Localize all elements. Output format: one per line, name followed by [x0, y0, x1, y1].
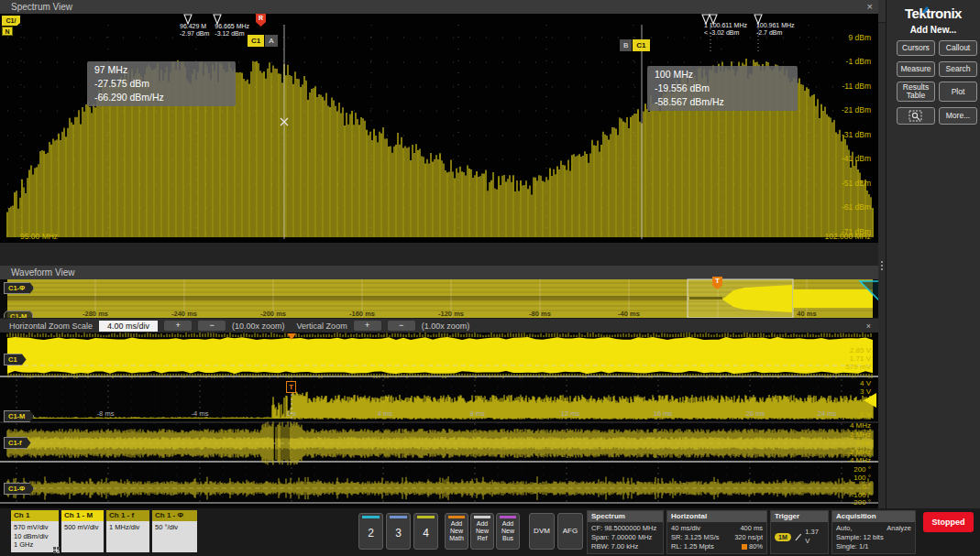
- trace-c1[interactable]: [7, 337, 873, 374]
- dvm-button[interactable]: DVM: [529, 513, 555, 550]
- marker-b-freq: 96.665 MHz: [215, 23, 249, 30]
- marker-b-amp: -3.12 dBm: [215, 30, 249, 38]
- add-new-ref-button[interactable]: Add New Ref: [470, 513, 494, 550]
- trigger-source-badge: 1M: [775, 533, 791, 541]
- spectrum-panel-title: Spectrum: [588, 511, 663, 522]
- acquisition-info-panel[interactable]: Acquisition Auto,Analyze Sample: 12 bits…: [831, 510, 916, 554]
- channel-3-button[interactable]: 3: [386, 513, 411, 550]
- badge-c1-phi[interactable]: C1-Φ: [4, 483, 34, 495]
- h-zoom-minus-button[interactable]: −: [198, 321, 226, 331]
- marker-c-amp: < -3.02 dBm: [704, 29, 747, 37]
- afg-label: AFG: [558, 514, 582, 549]
- add-results-table-button[interactable]: Results Table: [897, 82, 935, 102]
- acq-analyze: Analyze: [886, 524, 911, 533]
- v-zoom-minus-button[interactable]: −: [388, 321, 415, 331]
- zoom-box-icon: [908, 110, 923, 123]
- overview-time-label: -160 ms: [335, 310, 390, 318]
- h-zoom-plus-button[interactable]: +: [164, 321, 192, 331]
- add-callout-button[interactable]: Callout: [939, 40, 977, 56]
- add-search-button[interactable]: Search: [939, 61, 977, 77]
- badge-c1[interactable]: C1: [4, 354, 27, 365]
- tekscope-app: File Edit Applications Utility Help Spec…: [0, 0, 980, 556]
- spectrum-cursors[interactable]: [281, 25, 642, 239]
- overview-time-label: -80 ms: [512, 310, 567, 318]
- overview-time-label: -120 ms: [424, 310, 479, 318]
- ch1-phi-badge[interactable]: Ch 1 - Φ 50 °/div: [152, 510, 197, 552]
- bandwidth-limit-icon: [53, 547, 56, 550]
- h-zoom-scale-value[interactable]: 4.00 ms/div: [99, 321, 158, 332]
- spectrum-trace-mode-badge[interactable]: N: [2, 27, 13, 36]
- cursor-b-channel-badge[interactable]: C1: [633, 39, 649, 51]
- freq-label-stop: 102.000 MHz: [775, 232, 871, 241]
- ch1-phi-badge-title: Ch 1 - Φ: [152, 510, 197, 521]
- horizontal-info-panel[interactable]: Horizontal 40 ms/div400 ms SR: 3.125 MS/…: [666, 510, 767, 554]
- spectrum-trace-svg[interactable]: [0, 14, 878, 243]
- more-button[interactable]: More...: [939, 107, 977, 125]
- scale-label-c1phi: 200 °: [805, 465, 871, 474]
- spectrum-channel-badge[interactable]: C1/: [2, 16, 20, 26]
- ch2-color-stripe: [362, 516, 380, 518]
- h-zoom-scale-label: Horizontal Zoom Scale: [9, 322, 93, 331]
- marker-c-freq: 1 100.611 MHz: [704, 22, 747, 29]
- v-zoom-plus-button[interactable]: +: [354, 321, 381, 331]
- rising-edge-icon: [794, 532, 803, 541]
- overview-time-label: -240 ms: [157, 310, 212, 318]
- acquisition-panel-title: Acquisition: [832, 511, 915, 522]
- spectrum-close-icon[interactable]: ×: [867, 0, 873, 14]
- spectrum-info-panel[interactable]: Spectrum CF: 98.5000000 MHz Span: 7.0000…: [587, 510, 664, 554]
- waveform-trace-svg[interactable]: [0, 266, 878, 508]
- ch1-f-badge-title: Ch 1 - f: [106, 510, 149, 521]
- add-new-math-button[interactable]: Add New Math: [445, 513, 468, 550]
- zoom-trigger-marker[interactable]: T: [286, 381, 296, 393]
- zoom-tool-button[interactable]: [897, 107, 935, 125]
- ch1-badge[interactable]: Ch 1 570 mV/div 10 dBm/div 1 GHz: [11, 510, 59, 552]
- ch1-db-scale: 10 dBm/div: [14, 532, 56, 541]
- add-cursors-button[interactable]: Cursors: [897, 40, 935, 56]
- spectrum-view-title: Spectrum View: [0, 0, 878, 14]
- v-zoom-label: Vertical Zoom: [297, 322, 347, 331]
- scale-label-c1: 2.85 V: [805, 346, 871, 354]
- acq-sample-bits: Sample: 12 bits: [836, 533, 911, 542]
- add-new-bus-label: Add New Bus: [497, 514, 519, 549]
- add-new-heading: Add New...: [886, 25, 980, 35]
- scale-label-c1phi: 0 °: [805, 483, 871, 491]
- add-new-bus-button[interactable]: Add New Bus: [496, 513, 520, 550]
- overview-badge-c1-phi[interactable]: C1-Φ: [4, 282, 34, 294]
- ch1-phi-scale: 50 °/div: [155, 523, 194, 532]
- spectrum-view-panel: Spectrum View × C1/ N 96.429 M -2.97 dBm…: [0, 0, 878, 243]
- stopped-status-button[interactable]: Stopped: [923, 512, 974, 532]
- ch4-color-stripe: [417, 516, 435, 518]
- ch1-scale: 570 mV/div: [14, 523, 56, 532]
- scale-label-c1f: 4 MHz: [805, 421, 871, 430]
- ch1-f-badge[interactable]: Ch 1 - f 1 MHz/div: [106, 510, 149, 552]
- cursor-a-channel-badge[interactable]: C1: [248, 35, 264, 47]
- marker-a-amp: -2.97 dBm: [180, 30, 209, 38]
- overview-time-label: 40 ms: [779, 310, 834, 318]
- panel-splitter[interactable]: [878, 23, 886, 508]
- spectrum-plot[interactable]: C1/ N 96.429 M -2.97 dBm 96.665 MHz -3.1…: [0, 14, 878, 243]
- cursor-a-badges[interactable]: C1 A: [248, 35, 278, 47]
- cursor-b-badges[interactable]: B C1: [620, 39, 650, 51]
- scale-label-c1phi: 100 °: [805, 474, 871, 482]
- badge-c1-m[interactable]: C1-M: [4, 410, 34, 422]
- cursor-b-freq: 100 MHz: [655, 68, 790, 82]
- channel-4-button[interactable]: 4: [413, 513, 438, 550]
- badge-c1-f[interactable]: C1-f: [4, 437, 31, 449]
- cursor-a-power: -27.575 dBm: [94, 77, 228, 91]
- add-plot-button[interactable]: Plot: [939, 82, 977, 102]
- h-record-length: RL: 1.25 Mpts: [671, 542, 714, 551]
- trigger-info-panel[interactable]: Trigger 1M 1.37 V: [770, 510, 829, 554]
- afg-button[interactable]: AFG: [557, 513, 583, 550]
- cursor-b-badge[interactable]: B: [620, 39, 632, 51]
- ch1-m-badge[interactable]: Ch 1 - M 500 mV/div: [61, 510, 104, 552]
- channel-2-button[interactable]: 2: [358, 513, 383, 550]
- waveform-close-icon[interactable]: ×: [866, 322, 871, 331]
- ch4-label: 4: [414, 527, 437, 540]
- ch1-m-scale: 500 mV/div: [64, 523, 101, 532]
- logo-k: k: [919, 5, 926, 21]
- cursor-b-readout: 100 MHz -19.556 dBm -58.567 dBm/Hz: [647, 66, 798, 111]
- cursor-a-badge[interactable]: A: [265, 35, 277, 47]
- ch1-bandwidth: 1 GHz: [14, 540, 56, 550]
- add-measure-button[interactable]: Measure: [897, 61, 935, 77]
- cursor-a-freq: 97 MHz: [94, 63, 228, 77]
